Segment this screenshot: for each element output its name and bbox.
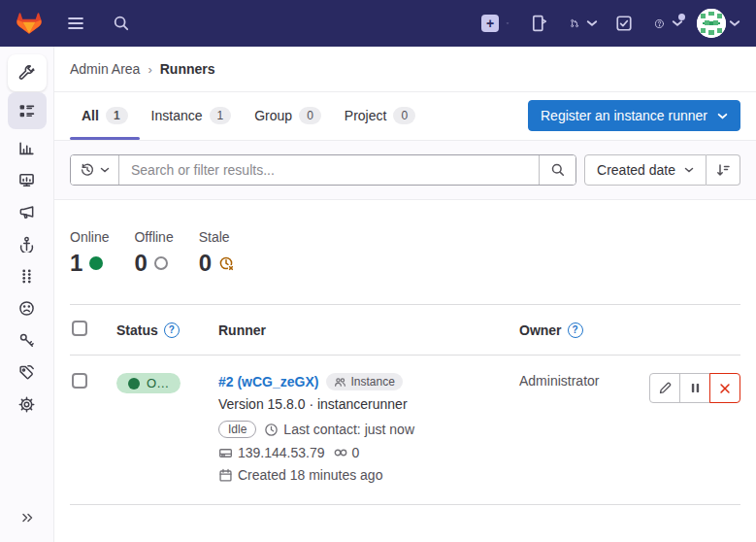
- runner-state-badge: Idle: [218, 421, 256, 438]
- search-history-dropdown[interactable]: [71, 155, 119, 185]
- register-runner-button[interactable]: Register an instance runner: [528, 100, 740, 131]
- sort-control: Created date: [584, 154, 740, 186]
- sidebar-item-settings[interactable]: [8, 389, 47, 420]
- sidebar-collapse-button[interactable]: [19, 510, 35, 528]
- merge-request-icon: [566, 15, 583, 32]
- status-column-header: Status: [116, 322, 158, 338]
- tab-instance-count: 1: [210, 107, 232, 124]
- tab-group-count: 0: [299, 107, 321, 124]
- overview-icon: [18, 103, 35, 119]
- issues-icon[interactable]: [527, 11, 552, 36]
- status-help-icon[interactable]: ?: [164, 322, 180, 338]
- help-icon: [650, 15, 669, 33]
- search-input[interactable]: [119, 155, 539, 185]
- delete-runner-button[interactable]: [709, 373, 740, 403]
- search-submit-button[interactable]: [539, 155, 575, 185]
- pencil-icon: [658, 381, 673, 395]
- chevron-down-icon: [672, 18, 683, 28]
- owner-help-icon[interactable]: ?: [568, 322, 583, 338]
- stat-stale: Stale 0: [199, 229, 235, 277]
- select-all-checkbox[interactable]: [72, 321, 87, 336]
- anchor-icon: [18, 236, 35, 253]
- user-avatar: [697, 9, 726, 38]
- pause-runner-button[interactable]: [679, 373, 710, 403]
- applications-icon: [18, 268, 35, 285]
- chevron-down-icon: [684, 166, 694, 174]
- edit-runner-button[interactable]: [649, 373, 680, 403]
- tab-all-count: 1: [106, 107, 128, 124]
- filter-bar: Created date: [54, 140, 756, 200]
- tab-project-count: 0: [393, 107, 415, 124]
- sidebar-item-abuse-reports[interactable]: [8, 292, 47, 323]
- sidebar-item-messages[interactable]: [8, 196, 47, 227]
- stale-count: 0: [199, 250, 212, 277]
- monitor-icon: [18, 172, 35, 188]
- wrench-icon: [18, 65, 35, 82]
- new-plus-icon: +: [481, 15, 499, 32]
- sidebar-item-applications[interactable]: [8, 260, 47, 291]
- row-checkbox[interactable]: [72, 373, 87, 389]
- history-icon: [80, 162, 95, 178]
- frown-face-icon: [18, 300, 35, 317]
- runner-name-link[interactable]: #2 (wCG_zeGX): [218, 374, 318, 390]
- new-menu-dropdown[interactable]: +: [481, 15, 513, 32]
- merge-requests-dropdown[interactable]: [566, 15, 598, 32]
- sort-by-dropdown[interactable]: Created date: [584, 154, 707, 186]
- gitlab-logo[interactable]: [16, 10, 43, 37]
- runner-stats: Online 1 Offline 0 Stale 0: [54, 200, 756, 304]
- online-dot-icon: [128, 378, 140, 390]
- double-chevron-right-icon: [19, 510, 35, 525]
- sidebar-item-admin-wrench[interactable]: [8, 54, 47, 91]
- breadcrumb: Admin Area › Runners: [54, 47, 756, 92]
- sidebar-item-credentials[interactable]: [8, 324, 47, 356]
- owner-column-header: Owner: [519, 322, 562, 338]
- runner-column-header: Runner: [218, 322, 266, 338]
- status-badge: Online: [116, 373, 181, 393]
- sidebar-item-hooks[interactable]: [8, 228, 47, 259]
- breadcrumb-runners: Runners: [160, 61, 215, 77]
- help-dropdown[interactable]: [650, 15, 683, 33]
- chevron-down-icon: [717, 112, 728, 120]
- tab-group[interactable]: Group 0: [243, 92, 333, 139]
- chevron-down-icon: [586, 18, 598, 28]
- megaphone-icon: [18, 204, 35, 220]
- runner-version: Version 15.8.0 · instancerunner: [218, 396, 408, 412]
- hard-drive-icon: [218, 446, 233, 460]
- breadcrumb-separator: ›: [148, 62, 151, 77]
- stat-offline: Offline 0: [134, 229, 173, 277]
- breadcrumb-admin-area[interactable]: Admin Area: [70, 61, 140, 77]
- chevron-down-icon: [100, 166, 110, 174]
- gear-icon: [18, 396, 35, 413]
- table-header: Status ? Runner Owner ?: [70, 304, 740, 356]
- stale-clock-icon: [218, 255, 235, 272]
- hamburger-menu-icon[interactable]: [62, 10, 89, 37]
- link-icon: [333, 445, 348, 460]
- admin-sidebar: [0, 47, 54, 542]
- tab-all[interactable]: All 1: [70, 92, 140, 139]
- runners-table: Status ? Runner Owner ? Online #2 (wCG_z…: [70, 304, 740, 505]
- clock-icon: [264, 423, 279, 437]
- linked-count: 0: [352, 445, 360, 460]
- sidebar-item-overview[interactable]: [8, 92, 47, 129]
- sidebar-item-monitoring[interactable]: [8, 164, 47, 195]
- todos-icon[interactable]: [611, 11, 637, 36]
- key-icon: [18, 332, 35, 349]
- user-menu-dropdown[interactable]: [697, 9, 740, 38]
- online-status-icon: [89, 256, 103, 270]
- tab-instance[interactable]: Instance 1: [140, 92, 244, 139]
- runner-tabs: All 1 Instance 1 Group 0 Project 0 Regis…: [54, 92, 756, 140]
- sidebar-item-analytics[interactable]: [8, 132, 47, 163]
- calendar-icon: [218, 468, 233, 483]
- people-icon: [334, 376, 346, 389]
- created-ago-text: Created 18 minutes ago: [238, 467, 382, 483]
- sort-direction-button[interactable]: [707, 154, 740, 186]
- online-count: 1: [70, 250, 82, 277]
- pause-icon: [689, 382, 702, 394]
- runner-row: Online #2 (wCG_zeGX) Instance Version 15…: [70, 356, 740, 505]
- owner-link[interactable]: Administrator: [519, 373, 599, 389]
- search-icon[interactable]: [109, 11, 134, 36]
- close-icon: [718, 382, 732, 395]
- tab-project[interactable]: Project 0: [333, 92, 427, 139]
- sidebar-item-labels[interactable]: [8, 356, 47, 388]
- runner-type-badge: Instance: [326, 373, 402, 390]
